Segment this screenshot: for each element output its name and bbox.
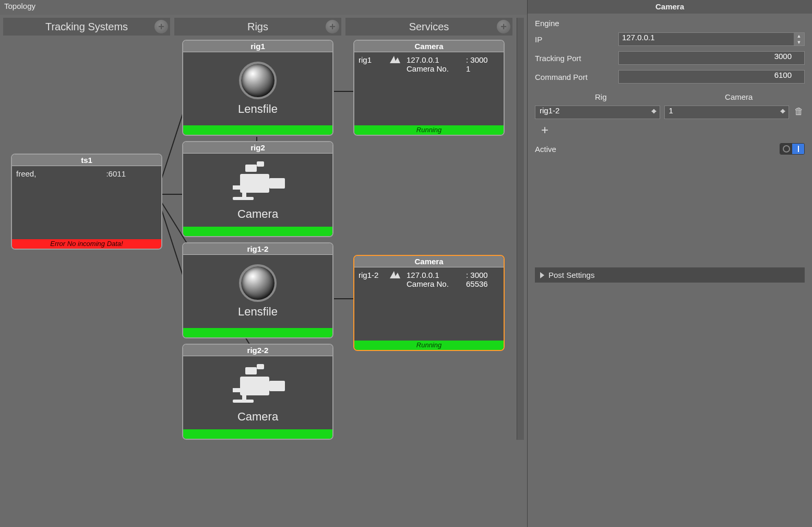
- column-header-tracking: Tracking Systems: [3, 18, 170, 36]
- svg-rect-13: [242, 394, 246, 401]
- inspector-panel: Camera Engine IP 127.0.0.1 ▲▼ Tracking P…: [527, 0, 812, 527]
- svc1-camno-label: Camera No.: [407, 64, 462, 73]
- node-rig1[interactable]: rig1 Lensfile: [182, 40, 333, 136]
- rig1-2-status: [183, 328, 332, 337]
- camera-select[interactable]: 1: [664, 106, 790, 119]
- column-rigs: Rigs rig1 Lensfile rig2: [174, 18, 341, 440]
- node-rig2[interactable]: rig2: [182, 141, 333, 237]
- viz-icon: [390, 271, 402, 279]
- add-mapping-button[interactable]: +: [541, 124, 556, 139]
- column-title-tracking: Tracking Systems: [45, 21, 128, 33]
- node-rig1-title: rig1: [183, 41, 332, 52]
- svg-rect-9: [245, 367, 257, 374]
- svg-rect-6: [242, 192, 246, 198]
- add-service-button[interactable]: [497, 20, 510, 33]
- chevron-right-icon: [540, 272, 544, 278]
- active-label: Active: [535, 145, 556, 154]
- topology-scrollbar[interactable]: [517, 18, 524, 440]
- svg-rect-4: [233, 185, 243, 190]
- ts1-protocol: freed,: [16, 169, 36, 178]
- svc1-port: : 3000: [466, 55, 499, 64]
- svc1-title: Camera: [354, 41, 504, 52]
- node-rig2-2-title: rig2-2: [183, 345, 332, 356]
- svc2-status: Running: [354, 341, 504, 350]
- node-rig1-2[interactable]: rig1-2 Lensfile: [182, 242, 333, 338]
- rig-column-header: Rig: [535, 92, 667, 101]
- command-port-label: Command Port: [535, 73, 618, 81]
- engine-label: Engine: [535, 19, 805, 28]
- ip-label: IP: [535, 35, 618, 44]
- command-port-input[interactable]: 6100: [618, 70, 805, 84]
- svc1-status: Running: [354, 125, 504, 135]
- svc2-port: : 3000: [466, 271, 499, 279]
- svg-rect-0: [240, 174, 269, 193]
- topology-title: Topology: [0, 0, 527, 15]
- column-title-services: Services: [409, 21, 449, 33]
- node-rig1-2-title: rig1-2: [183, 243, 332, 255]
- node-service-camera-1[interactable]: Camera rig1 127.0.0.1 : 3000 Cam: [353, 40, 505, 136]
- svc1-camno-value: 1: [466, 64, 499, 73]
- column-title-rigs: Rigs: [247, 21, 268, 33]
- post-settings-label: Post Settings: [548, 271, 594, 279]
- camera-icon: [226, 159, 289, 204]
- add-rig-button[interactable]: [326, 20, 339, 33]
- tracking-port-label: Tracking Port: [535, 54, 618, 63]
- svc2-rig: rig1-2: [359, 271, 386, 279]
- ts1-status: Error No incoming Data!: [12, 239, 161, 249]
- column-header-rigs: Rigs: [174, 18, 341, 36]
- post-settings-section[interactable]: Post Settings: [535, 267, 805, 283]
- svc2-title: Camera: [354, 256, 504, 267]
- svg-rect-3: [257, 161, 264, 167]
- active-toggle[interactable]: [780, 143, 805, 155]
- node-ts1[interactable]: ts1 freed, :6011 Error No incoming Data!: [11, 154, 162, 250]
- rig2-label: Camera: [237, 207, 278, 221]
- node-ts1-title: ts1: [12, 155, 161, 166]
- node-service-camera-2[interactable]: Camera rig1-2 127.0.0.1 : 3000 C: [353, 255, 505, 351]
- svc1-rig: rig1: [359, 55, 386, 64]
- rig-select[interactable]: rig1-2: [535, 106, 660, 119]
- viz-icon: [390, 55, 402, 64]
- svg-rect-2: [245, 165, 257, 172]
- column-services: Services Camera rig1 127.0.0.1 : 3000: [345, 18, 512, 440]
- svg-rect-10: [257, 364, 264, 369]
- svc2-camno-label: Camera No.: [407, 279, 462, 288]
- node-rig2-2[interactable]: rig2-2: [182, 344, 333, 440]
- column-header-services: Services: [345, 18, 512, 36]
- svg-rect-1: [269, 178, 285, 189]
- svc2-camno-value: 65536: [466, 279, 499, 288]
- node-rig2-title: rig2: [183, 142, 332, 154]
- delete-mapping-button[interactable]: 🗑: [793, 106, 805, 119]
- rig1-label: Lensfile: [238, 102, 278, 116]
- lens-icon: [239, 62, 277, 99]
- ts1-port: :6011: [106, 169, 126, 178]
- svg-rect-8: [269, 381, 285, 391]
- ip-stepper[interactable]: ▲▼: [794, 33, 804, 45]
- rig2-2-status: [183, 429, 332, 439]
- lens-icon: [239, 264, 277, 302]
- svc1-ip: 127.0.0.1: [407, 55, 462, 64]
- rig1-status: [183, 125, 332, 135]
- add-tracking-system-button[interactable]: [154, 20, 168, 33]
- column-tracking-systems: Tracking Systems ts1 freed, :6011 Error …: [3, 18, 170, 440]
- camera-icon: [226, 362, 289, 407]
- rig1-2-label: Lensfile: [238, 305, 278, 319]
- rig2-2-label: Camera: [237, 410, 278, 424]
- svc2-ip: 127.0.0.1: [407, 271, 462, 279]
- svg-rect-7: [240, 377, 269, 395]
- svg-rect-11: [233, 388, 243, 392]
- rig2-status: [183, 227, 332, 236]
- camera-column-header: Camera: [673, 92, 805, 101]
- tracking-port-input[interactable]: 3000: [618, 51, 805, 65]
- ip-input[interactable]: 127.0.0.1 ▲▼: [618, 32, 805, 46]
- inspector-title: Camera: [528, 0, 812, 14]
